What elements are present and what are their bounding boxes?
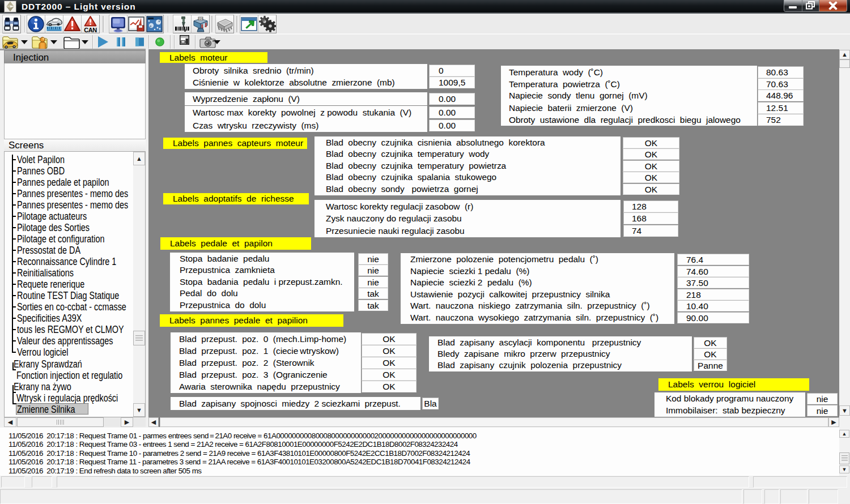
svg-text:CAN: CAN [84,27,97,33]
svg-text:016: 016 [198,17,203,20]
